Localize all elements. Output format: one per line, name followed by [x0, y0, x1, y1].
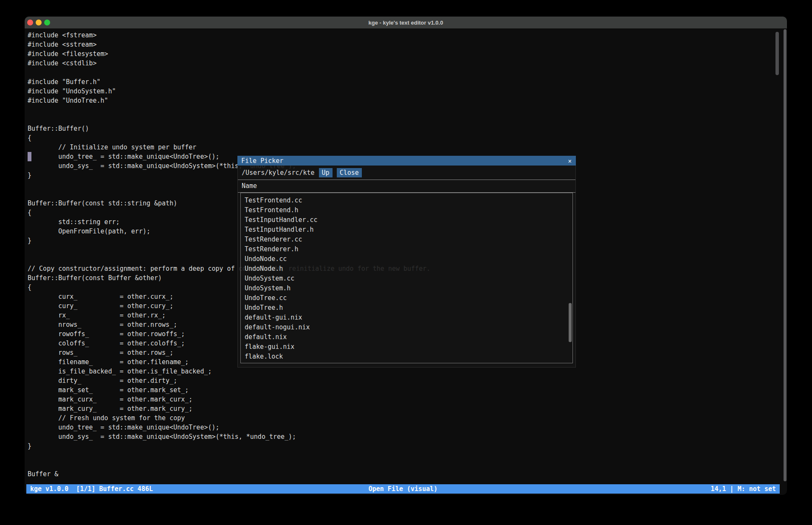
code-line: #include <sstream> [28, 40, 430, 49]
file-picker-dialog: File Picker ✕ /Users/kyle/src/kte Up Clo… [237, 156, 576, 368]
code-line: #include "UndoSystem.h" [28, 87, 430, 96]
code-line [28, 115, 430, 124]
list-item[interactable]: TestFrontend.h [245, 205, 572, 215]
list-item[interactable]: TestFrontend.cc [245, 196, 572, 205]
file-picker-body: /Users/kyle/src/kte Up Close Name TestFr… [237, 166, 576, 368]
path-row: /Users/kyle/src/kte Up Close [238, 166, 575, 180]
list-item[interactable]: UndoSystem.h [245, 284, 572, 293]
list-item[interactable]: UndoSystem.cc [245, 274, 572, 284]
dialog-close-icon[interactable]: ✕ [568, 157, 572, 164]
window-titlebar[interactable]: kge - kyle's text editor v1.0.0 [25, 17, 787, 28]
code-line: } [28, 441, 430, 451]
list-item[interactable]: UndoNode.cc [245, 254, 572, 264]
file-picker-titlebar[interactable]: File Picker ✕ [237, 156, 576, 166]
code-line: #include "Buffer.h" [28, 77, 430, 87]
list-item[interactable]: TestRenderer.cc [245, 235, 572, 244]
list-item[interactable]: default-nogui.nix [245, 323, 572, 332]
code-line: Buffer & [28, 469, 430, 479]
code-line: #include "UndoTree.h" [28, 96, 430, 105]
code-line [28, 68, 430, 77]
list-item[interactable]: UndoTree.h [245, 303, 572, 313]
list-item[interactable]: default.nix [245, 332, 572, 342]
code-line [28, 105, 430, 115]
code-line: // Initialize undo system per buffer [28, 143, 430, 152]
code-line: mark_curx_ = other.mark_curx_; [28, 395, 430, 404]
editor-window: kge - kyle's text editor v1.0.0 #include… [25, 17, 787, 495]
list-item[interactable]: TestInputHandler.cc [245, 215, 572, 225]
code-line: #include <filesystem> [28, 49, 430, 59]
list-item[interactable]: UndoTree.cc [245, 293, 572, 303]
code-line: #include <cstdlib> [28, 59, 430, 68]
list-item[interactable]: flake.nix [245, 362, 572, 363]
code-line [28, 451, 430, 460]
code-line: #include <fstream> [28, 31, 430, 40]
list-item[interactable]: TestInputHandler.h [245, 225, 572, 235]
editor-scrollbar-thumb[interactable] [775, 32, 779, 75]
status-bar: kge v1.0.0 [1/1] Buffer.cc 486L Open Fil… [26, 484, 780, 494]
up-button[interactable]: Up [319, 168, 333, 177]
current-path: /Users/kyle/src/kte [242, 169, 315, 177]
file-picker-title: File Picker [241, 157, 568, 165]
code-line: is_file_backed_ = other.is_file_backed_; [28, 367, 430, 376]
code-line: Buffer::Buffer() [28, 124, 430, 133]
code-line: // Fresh undo system for the copy [28, 413, 430, 423]
list-item[interactable]: UndoNode.h [245, 264, 572, 274]
status-cursor-info: 14,1 | M: not set [710, 485, 776, 493]
window-title: kge - kyle's text editor v1.0.0 [25, 20, 787, 26]
window-scrollbar[interactable] [784, 29, 787, 481]
status-mode: Open File (visual) [26, 485, 780, 493]
file-list-scrollbar-thumb[interactable] [569, 303, 572, 342]
text-cursor [28, 152, 31, 161]
code-line: undo_sys_ = std::make_unique<UndoSystem>… [28, 432, 430, 441]
list-item[interactable]: flake.lock [245, 352, 572, 362]
close-button[interactable]: Close [337, 168, 362, 177]
code-line [28, 460, 430, 469]
list-item[interactable]: TestRenderer.h [245, 244, 572, 254]
code-line: dirty_ = other.dirty_; [28, 376, 430, 385]
code-line: mark_cury_ = other.mark_cury_; [28, 404, 430, 413]
list-item[interactable]: flake-gui.nix [245, 342, 572, 352]
code-line: { [28, 133, 430, 143]
code-line: undo_tree_ = std::make_unique<UndoTree>(… [28, 423, 430, 432]
file-list[interactable]: TestFrontend.ccTestFrontend.hTestInputHa… [240, 193, 573, 363]
list-item[interactable]: default-gui.nix [245, 313, 572, 323]
name-column-header: Name [238, 180, 575, 192]
code-line: mark_set_ = other.mark_set_; [28, 385, 430, 395]
